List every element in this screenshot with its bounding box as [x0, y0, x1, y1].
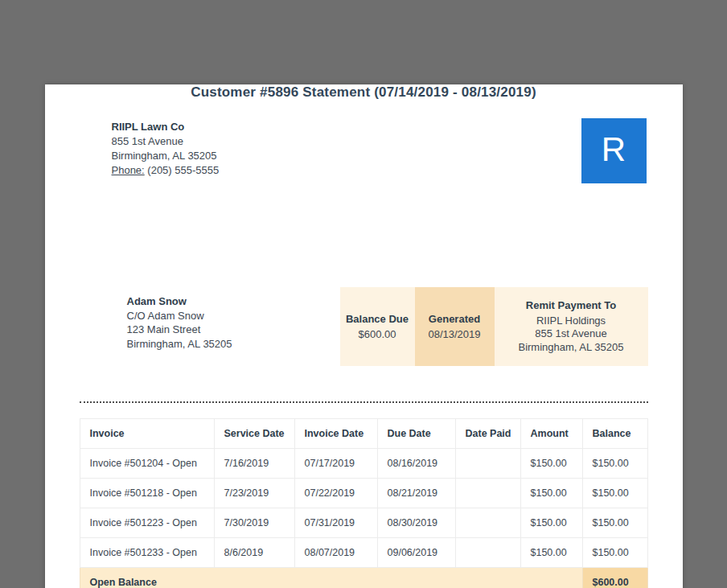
- cell-invoice-date: 07/31/2019: [294, 508, 377, 538]
- cell-due-date: 08/16/2019: [377, 449, 455, 479]
- cell-service-date: 7/23/2019: [214, 479, 294, 508]
- cell-service-date: 8/6/2019: [214, 538, 294, 568]
- cell-balance: $150.00: [582, 538, 647, 568]
- statement-summary: Balance Due $600.00 Generated 08/13/2019…: [340, 287, 648, 366]
- cell-due-date: 08/30/2019: [377, 508, 455, 538]
- remit-address1: 855 1st Avenue: [499, 327, 643, 341]
- generated-value: 08/13/2019: [420, 327, 490, 341]
- company-phone: Phone: (205) 555-5555: [112, 163, 648, 178]
- cell-balance: $150.00: [582, 508, 647, 538]
- cell-date-paid: [455, 449, 520, 479]
- cell-date-paid: [455, 538, 520, 568]
- billing-section: Adam Snow C/O Adam Snow 123 Main Street …: [80, 287, 648, 366]
- company-logo-letter: R: [602, 133, 626, 170]
- cell-service-date: 7/30/2019: [214, 508, 294, 538]
- statement-title: Customer #5896 Statement (07/14/2019 - 0…: [80, 84, 648, 101]
- open-balance-row: Open Balance $600.00: [80, 568, 647, 588]
- customer-care-of: C/O Adam Snow: [127, 309, 232, 323]
- table-row: Invoice #501233 - Open 8/6/2019 08/07/20…: [80, 538, 647, 568]
- company-address-line2: Birmingham, AL 35205: [112, 149, 648, 163]
- balance-due-cell: Balance Due $600.00: [340, 287, 415, 366]
- cell-service-date: 7/16/2019: [214, 449, 294, 479]
- header-amount: Amount: [520, 419, 582, 449]
- company-address-line1: 855 1st Avenue: [112, 134, 648, 149]
- phone-label: Phone:: [112, 164, 145, 176]
- customer-address-line1: 123 Main Street: [127, 323, 232, 337]
- table-row: Invoice #501218 - Open 7/23/2019 07/22/2…: [80, 479, 647, 508]
- cell-balance: $150.00: [582, 479, 647, 508]
- cell-amount: $150.00: [520, 538, 582, 568]
- table-row: Invoice #501223 - Open 7/30/2019 07/31/2…: [80, 508, 647, 538]
- balance-due-label: Balance Due: [345, 312, 410, 326]
- remit-address2: Birmingham, AL 35205: [499, 341, 643, 355]
- balance-due-value: $600.00: [345, 327, 410, 341]
- cell-date-paid: [455, 479, 520, 508]
- customer-info: Adam Snow C/O Adam Snow 123 Main Street …: [127, 294, 232, 351]
- document-viewer: Customer #5896 Statement (07/14/2019 - 0…: [0, 0, 727, 588]
- phone-value: (205) 555-5555: [147, 164, 219, 176]
- generated-label: Generated: [420, 312, 490, 326]
- remit-payment-cell: Remit Payment To RIIPL Holdings 855 1st …: [495, 287, 648, 366]
- dotted-divider: [80, 401, 648, 403]
- company-logo: R: [581, 118, 647, 183]
- cell-due-date: 08/21/2019: [377, 479, 455, 508]
- cell-amount: $150.00: [520, 479, 582, 508]
- cell-invoice-date: 07/22/2019: [294, 479, 377, 508]
- cell-amount: $150.00: [520, 449, 582, 479]
- cell-amount: $150.00: [520, 508, 582, 538]
- company-name: RIIPL Lawn Co: [112, 120, 648, 134]
- generated-cell: Generated 08/13/2019: [415, 287, 495, 366]
- cell-due-date: 09/06/2019: [377, 538, 455, 568]
- customer-name: Adam Snow: [127, 294, 232, 309]
- cell-invoice-date: 08/07/2019: [294, 538, 377, 568]
- table-header-row: Invoice Service Date Invoice Date Due Da…: [80, 419, 647, 449]
- header-invoice-date: Invoice Date: [294, 419, 377, 449]
- cell-invoice: Invoice #501204 - Open: [80, 449, 214, 479]
- table-row: Invoice #501204 - Open 7/16/2019 07/17/2…: [80, 449, 647, 479]
- company-info: RIIPL Lawn Co 855 1st Avenue Birmingham,…: [112, 120, 648, 178]
- header-invoice: Invoice: [80, 419, 214, 449]
- cell-invoice-date: 07/17/2019: [294, 449, 377, 479]
- cell-invoice: Invoice #501223 - Open: [80, 508, 214, 538]
- cell-date-paid: [455, 508, 520, 538]
- invoice-table: Invoice Service Date Invoice Date Due Da…: [80, 418, 648, 588]
- open-balance-label: Open Balance: [80, 568, 582, 588]
- cell-invoice: Invoice #501233 - Open: [80, 538, 214, 568]
- open-balance-total: $600.00: [582, 568, 647, 588]
- header-service-date: Service Date: [214, 419, 294, 449]
- header-date-paid: Date Paid: [455, 419, 520, 449]
- cell-invoice: Invoice #501218 - Open: [80, 479, 214, 508]
- statement-header: RIIPL Lawn Co 855 1st Avenue Birmingham,…: [80, 120, 648, 241]
- statement-page: Customer #5896 Statement (07/14/2019 - 0…: [45, 84, 683, 588]
- customer-address-line2: Birmingham, AL 35205: [127, 337, 232, 352]
- cell-balance: $150.00: [582, 449, 647, 479]
- remit-label: Remit Payment To: [499, 299, 643, 313]
- remit-name: RIIPL Holdings: [499, 315, 643, 328]
- header-due-date: Due Date: [377, 419, 455, 449]
- header-balance: Balance: [582, 419, 647, 449]
